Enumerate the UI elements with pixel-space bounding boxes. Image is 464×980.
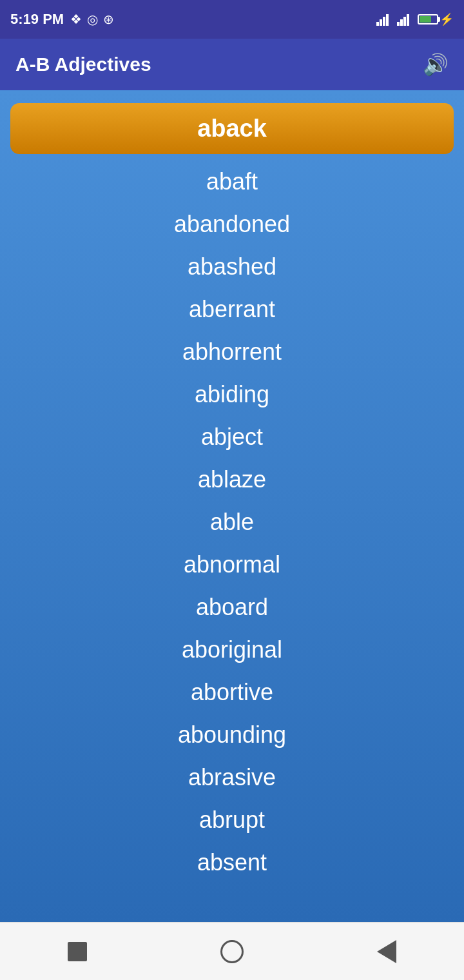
signal-icon-2: [397, 13, 412, 26]
word-list-item[interactable]: abiding: [10, 373, 454, 416]
word-text: ablaze: [198, 466, 266, 493]
nav-bar: [0, 922, 464, 980]
selected-word-text: aback: [197, 115, 267, 142]
battery-box: [418, 14, 438, 24]
at-icon: ⊛: [103, 12, 114, 27]
battery-bolt: ⚡: [440, 12, 454, 26]
word-list-item[interactable]: aboriginal: [10, 629, 454, 671]
word-text: absent: [197, 849, 267, 876]
word-list-item[interactable]: abhorrent: [10, 331, 454, 373]
home-icon: [220, 940, 244, 963]
svg-rect-7: [407, 14, 409, 26]
word-list-item[interactable]: abrupt: [10, 799, 454, 841]
word-list-item[interactable]: abandoned: [10, 203, 454, 246]
sound-icon[interactable]: 🔊: [423, 52, 449, 77]
word-text: abounding: [178, 721, 286, 748]
nav-stop-button[interactable]: [52, 932, 103, 971]
word-text: aboriginal: [182, 636, 282, 663]
circle-icon: ◎: [87, 12, 98, 27]
svg-rect-6: [403, 17, 406, 26]
word-text: abnormal: [184, 551, 280, 578]
nav-back-button[interactable]: [361, 932, 412, 971]
word-text: aboard: [196, 594, 268, 620]
svg-rect-3: [386, 14, 389, 26]
nav-home-button[interactable]: [206, 932, 258, 971]
svg-rect-5: [400, 19, 403, 26]
signal-icon-1: [376, 13, 392, 26]
status-right: ⚡: [376, 12, 454, 26]
word-list: abaftabandonedabashedaberrantabhorrentab…: [10, 161, 454, 884]
word-list-item[interactable]: abject: [10, 416, 454, 458]
word-list-item[interactable]: absent: [10, 841, 454, 884]
word-list-item[interactable]: abashed: [10, 246, 454, 288]
word-text: abaft: [206, 168, 258, 195]
app-title: A-B Adjectives: [15, 54, 151, 75]
app-header: A-B Adjectives 🔊: [0, 39, 464, 90]
status-left: 5:19 PM ❖ ◎ ⊛: [10, 11, 114, 28]
word-text: abiding: [195, 381, 269, 407]
status-time: 5:19 PM: [10, 11, 64, 28]
word-list-item[interactable]: aberrant: [10, 288, 454, 331]
word-text: abandoned: [174, 211, 290, 237]
svg-rect-4: [397, 22, 400, 26]
word-list-item[interactable]: abortive: [10, 671, 454, 714]
word-text: abject: [201, 424, 263, 450]
status-icons: ❖ ◎ ⊛: [70, 12, 114, 27]
word-list-item[interactable]: abrasive: [10, 756, 454, 799]
word-list-item[interactable]: abounding: [10, 714, 454, 756]
status-bar: 5:19 PM ❖ ◎ ⊛ ⚡: [0, 0, 464, 39]
svg-rect-2: [383, 17, 385, 26]
layers-icon: ❖: [70, 12, 82, 27]
word-text: abhorrent: [182, 338, 282, 365]
svg-rect-0: [376, 22, 379, 26]
back-icon: [377, 940, 396, 963]
word-list-item[interactable]: able: [10, 501, 454, 544]
word-list-item[interactable]: aboard: [10, 586, 454, 629]
word-text: able: [210, 509, 254, 535]
word-text: abrasive: [188, 764, 276, 790]
battery-fill: [420, 16, 431, 23]
word-list-item[interactable]: abnormal: [10, 544, 454, 586]
word-text: abrupt: [199, 807, 265, 833]
battery-indicator: ⚡: [418, 12, 454, 26]
word-text: aberrant: [189, 296, 275, 322]
selected-word-item[interactable]: aback: [10, 103, 454, 154]
content-area: aback abaftabandonedabashedaberrantabhor…: [0, 90, 464, 922]
word-list-item[interactable]: abaft: [10, 161, 454, 203]
word-list-item[interactable]: ablaze: [10, 458, 454, 501]
svg-rect-1: [380, 19, 382, 26]
stop-icon: [68, 942, 87, 961]
word-text: abashed: [188, 253, 276, 280]
word-text: abortive: [191, 679, 273, 705]
